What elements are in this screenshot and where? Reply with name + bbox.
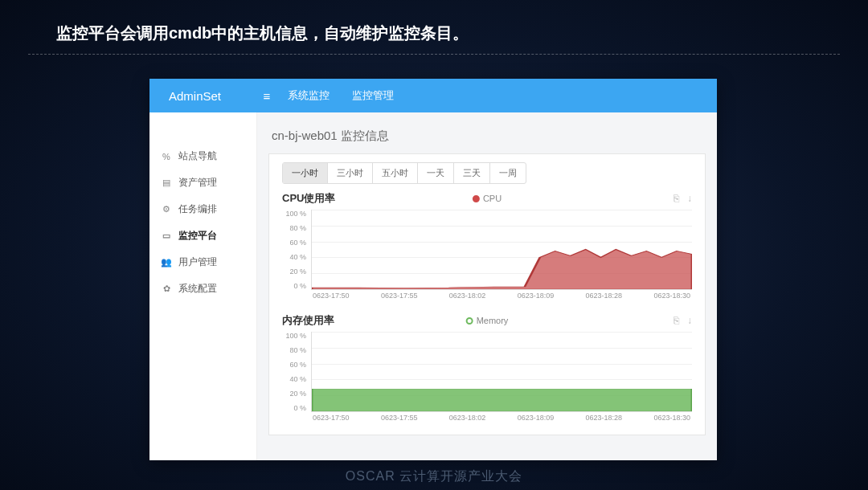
app-header: AdminSet ≡ 系统监控 监控管理	[149, 79, 717, 112]
chart-memory: 内存使用率 Memory ⎘ ↓ 100 % 80 %	[282, 312, 692, 427]
y-axis: 100 % 80 % 60 % 40 % 20 % 0 %	[282, 332, 309, 412]
time-tab-1d[interactable]: 一天	[418, 163, 454, 183]
panel-title: cn-bj-web01 监控信息	[268, 124, 706, 153]
copy-icon[interactable]: ⎘	[674, 315, 679, 326]
sidebar-item-label: 资产管理	[178, 176, 217, 190]
sidebar-item-label: 站点导航	[178, 149, 217, 163]
gear-icon: ✿	[161, 284, 172, 295]
sidebar-item-monitor[interactable]: ▭ 监控平台	[149, 223, 256, 249]
time-tab-3d[interactable]: 三天	[454, 163, 490, 183]
list-icon: ▤	[161, 178, 172, 189]
legend-label: Memory	[477, 316, 509, 325]
sidebar-item-sitenav[interactable]: % 站点导航	[149, 143, 256, 169]
app-brand: AdminSet	[149, 89, 257, 103]
chart-legend: CPU	[473, 194, 502, 203]
x-axis: 0623-17:50 0623-17:55 0623-18:02 0623-18…	[311, 414, 692, 422]
time-range-tabs: 一小时 三小时 五小时 一天 三天 一周	[282, 162, 526, 184]
download-icon[interactable]: ↓	[687, 193, 692, 204]
memory-area-path	[312, 332, 692, 411]
sidebar: % 站点导航 ▤ 资产管理 ⚙ 任务编排 ▭ 监控平台 👥 用户管理 ✿ 系统配…	[149, 112, 257, 460]
y-axis: 100 % 80 % 60 % 40 % 20 % 0 %	[282, 210, 309, 290]
sidebar-item-settings[interactable]: ✿ 系统配置	[149, 276, 256, 302]
chart-legend: Memory	[466, 316, 509, 325]
main-content: cn-bj-web01 监控信息 一小时 三小时 五小时 一天 三天 一周 CP…	[257, 112, 717, 460]
sidebar-item-label: 监控平台	[178, 229, 217, 243]
chart-cpu: CPU使用率 CPU ⎘ ↓ 100 % 80 %	[282, 190, 692, 304]
footer-brand: OSCAR 云计算开源产业大会	[346, 468, 522, 485]
sidebar-item-label: 用户管理	[178, 255, 217, 269]
sidebar-item-tasks[interactable]: ⚙ 任务编排	[149, 196, 256, 223]
time-tab-1w[interactable]: 一周	[490, 163, 526, 183]
menu-toggle-icon[interactable]: ≡	[257, 89, 276, 103]
link-icon: %	[161, 151, 172, 162]
plot-area	[311, 332, 692, 412]
chart-title: CPU使用率	[282, 191, 335, 206]
monitor-icon: ▭	[161, 231, 172, 242]
sidebar-item-users[interactable]: 👥 用户管理	[149, 249, 256, 276]
tab-monitor-manage[interactable]: 监控管理	[341, 88, 405, 103]
panel: 一小时 三小时 五小时 一天 三天 一周 CPU使用率 CPU	[268, 153, 706, 435]
time-tab-3h[interactable]: 三小时	[328, 163, 373, 183]
time-tab-1h[interactable]: 一小时	[283, 163, 328, 183]
legend-label: CPU	[483, 194, 502, 203]
tasks-icon: ⚙	[161, 204, 172, 215]
legend-dot-icon	[473, 195, 480, 202]
chart-title: 内存使用率	[282, 313, 334, 328]
users-icon: 👥	[161, 257, 172, 268]
legend-dot-icon	[466, 317, 473, 325]
plot-area	[311, 210, 692, 290]
cpu-area-path	[312, 210, 692, 289]
copy-icon[interactable]: ⎘	[674, 193, 679, 204]
slide-title: 监控平台会调用cmdb中的主机信息，自动维护监控条目。	[28, 0, 840, 55]
download-icon[interactable]: ↓	[687, 315, 692, 326]
tab-system-monitor[interactable]: 系统监控	[276, 88, 341, 103]
x-axis: 0623-17:50 0623-17:55 0623-18:02 0623-18…	[311, 292, 692, 300]
sidebar-item-label: 系统配置	[178, 282, 217, 296]
app-window: AdminSet ≡ 系统监控 监控管理 % 站点导航 ▤ 资产管理 ⚙ 任务编…	[149, 79, 717, 460]
sidebar-item-label: 任务编排	[178, 202, 217, 216]
time-tab-5h[interactable]: 五小时	[373, 163, 418, 183]
sidebar-item-assets[interactable]: ▤ 资产管理	[149, 169, 256, 196]
